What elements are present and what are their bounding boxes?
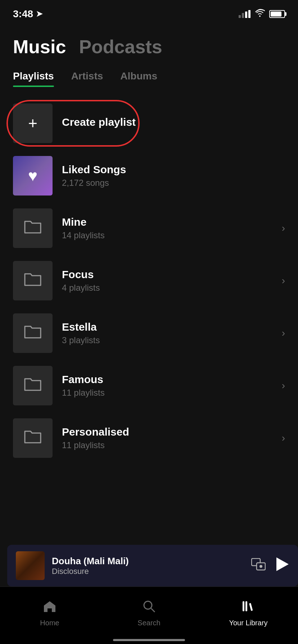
library-icon — [242, 600, 255, 616]
folder-famous-info: Famous 11 playlists — [62, 373, 277, 398]
nav-search[interactable]: Search — [99, 600, 199, 627]
now-playing-info: Douha (Mali Mali) Disclosure — [52, 556, 251, 576]
home-label: Home — [40, 619, 59, 627]
folder-mine-thumb — [13, 208, 53, 248]
svg-rect-6 — [243, 601, 244, 611]
home-icon — [43, 600, 56, 616]
folder-icon — [23, 428, 42, 448]
folder-focus-thumb — [13, 261, 53, 300]
chevron-right-icon: › — [282, 222, 285, 234]
chevron-right-icon: › — [282, 432, 285, 444]
location-icon: ➤ — [36, 9, 42, 19]
create-playlist-title: Create playlist — [62, 116, 285, 128]
liked-songs-title: Liked Songs — [62, 164, 285, 176]
create-playlist-thumb: + — [13, 104, 53, 143]
liked-songs-subtitle: 2,172 songs — [62, 178, 285, 188]
subtab-playlists[interactable]: Playlists — [13, 70, 54, 87]
main-tabs: Music Podcasts — [13, 36, 285, 58]
chevron-right-icon: › — [282, 380, 285, 391]
tab-music[interactable]: Music — [13, 36, 66, 58]
nav-library[interactable]: Your Library — [199, 600, 298, 627]
folder-focus-title: Focus — [62, 268, 277, 281]
battery-icon — [269, 10, 285, 18]
plus-icon: + — [28, 114, 37, 132]
folder-personalised-title: Personalised — [62, 426, 277, 438]
create-playlist-item[interactable]: + Create playlist — [0, 97, 298, 150]
folder-personalised-info: Personalised 11 playlists — [62, 426, 277, 450]
now-playing-bar[interactable]: Douha (Mali Mali) Disclosure — [7, 545, 298, 586]
svg-marker-3 — [276, 557, 289, 571]
folder-focus-item[interactable]: Focus 4 playlists › — [0, 254, 298, 307]
search-label: Search — [137, 619, 160, 627]
subtab-artists[interactable]: Artists — [71, 70, 103, 87]
home-indicator — [113, 639, 185, 641]
now-playing-thumbnail — [16, 551, 45, 580]
folder-estella-item[interactable]: Estella 3 playlists › — [0, 307, 298, 359]
nav-home[interactable]: Home — [0, 600, 99, 627]
library-list: + Create playlist ♥ Liked Songs 2,172 so… — [0, 97, 298, 464]
liked-songs-item[interactable]: ♥ Liked Songs 2,172 songs — [0, 150, 298, 202]
now-playing-artist: Disclosure — [52, 567, 251, 576]
folder-mine-subtitle: 14 playlists — [62, 230, 277, 240]
library-label: Your Library — [229, 619, 267, 627]
folder-famous-thumb — [13, 366, 53, 405]
heart-icon: ♥ — [28, 167, 37, 185]
time-display: 3:48 — [13, 8, 33, 20]
connect-device-icon[interactable] — [251, 558, 266, 574]
folder-personalised-thumb — [13, 418, 53, 458]
bottom-nav: Home Search Your Library — [0, 586, 298, 644]
now-playing-title: Douha (Mali Mali) — [52, 556, 251, 567]
status-bar: 3:48 ➤ — [0, 0, 298, 25]
header: Music Podcasts Playlists Artists Albums — [0, 25, 298, 87]
folder-focus-subtitle: 4 playlists — [62, 283, 277, 293]
svg-point-2 — [259, 565, 262, 568]
svg-rect-8 — [249, 603, 253, 611]
signal-icon — [239, 10, 250, 18]
tab-podcasts[interactable]: Podcasts — [79, 36, 162, 58]
create-playlist-info: Create playlist — [62, 116, 285, 130]
subtab-albums[interactable]: Albums — [120, 70, 157, 87]
folder-estella-info: Estella 3 playlists — [62, 321, 277, 345]
folder-mine-item[interactable]: Mine 14 playlists › — [0, 202, 298, 254]
folder-icon — [23, 376, 42, 395]
search-icon — [143, 600, 155, 616]
folder-famous-subtitle: 11 playlists — [62, 388, 277, 398]
play-button[interactable] — [276, 557, 289, 575]
svg-point-4 — [144, 601, 152, 609]
status-time: 3:48 ➤ — [13, 8, 42, 20]
folder-famous-title: Famous — [62, 373, 277, 386]
chevron-right-icon: › — [282, 327, 285, 339]
liked-songs-info: Liked Songs 2,172 songs — [62, 164, 285, 188]
folder-mine-title: Mine — [62, 216, 277, 228]
folder-famous-item[interactable]: Famous 11 playlists › — [0, 359, 298, 412]
folder-focus-info: Focus 4 playlists — [62, 268, 277, 293]
folder-personalised-item[interactable]: Personalised 11 playlists › — [0, 412, 298, 464]
now-playing-controls — [251, 557, 289, 575]
liked-songs-thumb: ♥ — [13, 156, 53, 196]
sub-tabs: Playlists Artists Albums — [13, 70, 285, 87]
folder-icon — [23, 218, 42, 238]
folder-estella-thumb — [13, 313, 53, 353]
chevron-right-icon: › — [282, 275, 285, 286]
svg-rect-7 — [245, 601, 247, 611]
folder-mine-info: Mine 14 playlists — [62, 216, 277, 240]
folder-personalised-subtitle: 11 playlists — [62, 440, 277, 450]
folder-estella-subtitle: 3 playlists — [62, 335, 277, 345]
folder-estella-title: Estella — [62, 321, 277, 333]
folder-icon — [23, 323, 42, 343]
wifi-icon — [255, 9, 265, 19]
folder-icon — [23, 271, 42, 290]
status-icons — [239, 9, 285, 19]
svg-line-5 — [151, 608, 155, 612]
